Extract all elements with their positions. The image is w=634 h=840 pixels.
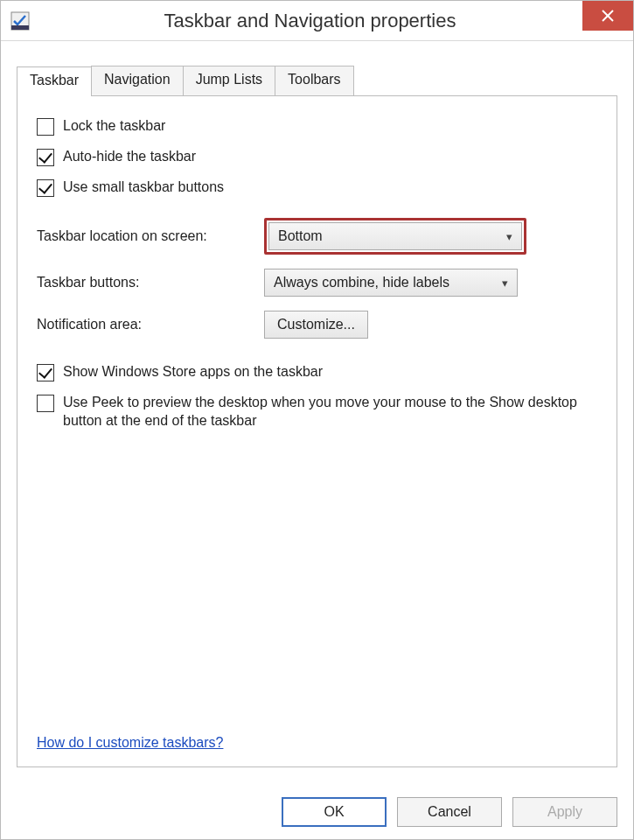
dialog-button-row: OK Cancel Apply [282, 797, 617, 827]
close-button[interactable] [582, 1, 633, 31]
tab-toolbars[interactable]: Toolbars [275, 66, 353, 95]
label-use-peek: Use Peek to preview the desktop when you… [63, 394, 597, 430]
label-taskbar-location: Taskbar location on screen: [37, 228, 264, 244]
checkbox-lock-taskbar[interactable] [37, 118, 54, 136]
dropdown-taskbar-location[interactable]: Bottom ▾ [268, 222, 522, 250]
label-small-buttons: Use small taskbar buttons [63, 178, 224, 197]
svg-rect-1 [11, 25, 29, 30]
help-link[interactable]: How do I customize taskbars? [37, 735, 223, 751]
app-icon [10, 10, 31, 32]
label-store-apps: Show Windows Store apps on the taskbar [63, 363, 323, 382]
tab-taskbar[interactable]: Taskbar [17, 66, 92, 96]
dropdown-location-value: Bottom [278, 228, 323, 244]
tab-panel: Lock the taskbar Auto-hide the taskbar U… [17, 95, 617, 767]
tab-strip: Taskbar Navigation Jump Lists Toolbars [17, 66, 617, 95]
label-lock-taskbar: Lock the taskbar [63, 117, 165, 136]
checkbox-autohide-taskbar[interactable] [37, 149, 54, 166]
close-icon [601, 9, 615, 23]
checkbox-store-apps[interactable] [37, 364, 54, 382]
ok-button[interactable]: OK [282, 797, 387, 827]
label-taskbar-buttons: Taskbar buttons: [37, 275, 264, 290]
apply-button[interactable]: Apply [512, 797, 617, 827]
chevron-down-icon: ▾ [506, 230, 512, 243]
chevron-down-icon: ▾ [502, 276, 508, 290]
highlight-location: Bottom ▾ [264, 218, 526, 255]
dropdown-buttons-value: Always combine, hide labels [274, 275, 449, 290]
cancel-button[interactable]: Cancel [397, 797, 502, 827]
titlebar: Taskbar and Navigation properties [1, 1, 633, 41]
label-autohide-taskbar: Auto-hide the taskbar [63, 148, 196, 166]
customize-button[interactable]: Customize... [264, 311, 368, 339]
window-title: Taskbar and Navigation properties [31, 10, 589, 32]
checkbox-small-buttons[interactable] [37, 179, 54, 197]
dropdown-taskbar-buttons[interactable]: Always combine, hide labels ▾ [264, 269, 518, 297]
tab-navigation[interactable]: Navigation [91, 66, 184, 95]
checkbox-use-peek[interactable] [37, 395, 54, 412]
tab-jumplists[interactable]: Jump Lists [183, 66, 275, 95]
label-notification-area: Notification area: [37, 317, 264, 332]
